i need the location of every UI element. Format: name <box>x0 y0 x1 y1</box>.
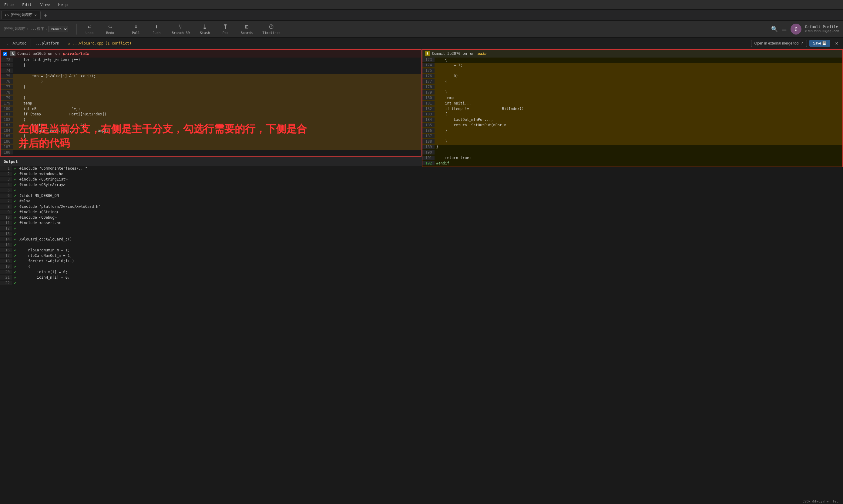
code-line: 182 { <box>1 118 421 123</box>
tabbar: 🗁 胶带封装程序 ✕ + <box>0 10 843 21</box>
check-icon: ✔ <box>12 194 18 198</box>
output-code[interactable]: 1 ✔ #include "CommonInterfaces/..." 2 ✔ … <box>0 166 843 504</box>
open-merge-tool-button[interactable]: Open in external merge tool ↗ <box>751 40 807 47</box>
filetab-autoc-label: ...wAutoc <box>7 41 27 46</box>
code-line: 180 temp <box>423 96 843 101</box>
boards-icon: ⊞ <box>245 23 249 30</box>
code-line: 72 for (int j=0; j<nLen; j++) <box>1 57 421 63</box>
menubar: File Edit View Help <box>0 0 843 10</box>
code-line: 190 <box>423 150 843 156</box>
check-icon: ✔ <box>12 177 18 181</box>
code-line: 185 } <box>1 134 421 139</box>
diff-right-code[interactable]: 173 { 174 = 1; 175 176 0) 177 { <box>422 57 843 167</box>
output-area: Output conflict 1 of 1 ▲ ▼ Upgrade GitKr… <box>0 157 843 504</box>
stash-button[interactable]: ⤓ Stash <box>196 22 214 36</box>
undo-label: Undo <box>86 31 94 35</box>
filetab-xwlocard-label: ...wloCard.cpp <box>73 41 103 46</box>
output-code-line: 5 ✔ <box>0 188 843 194</box>
filetab-autoc[interactable]: ...wAutoc <box>2 39 31 47</box>
filetab-platform-label: ...platform <box>35 41 59 46</box>
code-line: 187 <box>423 134 843 139</box>
check-icon: ✔ <box>12 275 18 280</box>
code-line: 74 <box>1 69 421 74</box>
tab-close-button[interactable]: ✕ <box>34 13 37 18</box>
filetab-xwlocard[interactable]: ⚠ ...wloCard.cpp (1 conflict) <box>64 39 136 47</box>
output-code-line: 3 ✔ #include <QStringList> <box>0 177 843 183</box>
code-line: 77 { <box>1 85 421 90</box>
boards-button[interactable]: ⊞ Boards <box>237 22 257 36</box>
branch-label: Branch 39 <box>172 31 190 35</box>
timelines-button[interactable]: ⏱ Timelines <box>259 22 285 36</box>
tab-add-button[interactable]: + <box>41 12 49 18</box>
code-line: 76 ) <box>1 79 421 85</box>
check-icon: ✔ <box>12 221 18 225</box>
code-line: 192#endif <box>423 161 843 167</box>
external-link-icon: ↗ <box>801 41 804 46</box>
check-icon: ✔ <box>12 259 18 263</box>
branch-icon: ⑂ <box>179 23 183 30</box>
pull-icon: ⬇ <box>134 23 138 30</box>
push-button[interactable]: ⬆ Push <box>148 22 166 36</box>
output-code-line: 10 ✔ #include <QDebug> <box>0 215 843 221</box>
diff-right-branch: main <box>478 52 486 56</box>
menu-edit[interactable]: Edit <box>20 2 33 7</box>
diff-left-badge: A <box>10 51 15 56</box>
pull-button[interactable]: ⬇ Pull <box>127 22 145 36</box>
pop-button[interactable]: ⤒ Pop <box>217 22 235 36</box>
check-icon: ✔ <box>12 188 18 192</box>
check-icon: ✔ <box>12 183 18 187</box>
check-icon: ✔ <box>12 237 18 241</box>
diff-left-checkbox[interactable] <box>3 52 7 56</box>
branch-selector[interactable]: branch <box>49 26 68 32</box>
save-label: Save <box>813 41 821 46</box>
menu-file[interactable]: File <box>2 2 15 7</box>
status-text: CSDN @TwLyrHwh Tech <box>802 500 841 503</box>
diff-right-badge: B <box>425 51 430 56</box>
output-code-line: 14 ✔ XwloCard_c::XwloCard_c() <box>0 237 843 242</box>
menu-view[interactable]: View <box>38 2 52 7</box>
conflict-warning-icon: ⚠ <box>68 41 70 46</box>
diff-left-header: A Commit ae10d5 on on private/lwln <box>0 49 422 57</box>
check-icon: ✔ <box>12 204 18 209</box>
check-icon: ✔ <box>12 232 18 236</box>
save-button[interactable]: Save 💾 <box>809 40 830 47</box>
code-line: 79 } <box>1 96 421 101</box>
breadcrumb-app: 胶带封装程序 <box>4 26 25 32</box>
code-line: 178 <box>423 85 843 90</box>
pull-label: Pull <box>132 31 140 35</box>
toolbar-separator-1 <box>76 24 77 35</box>
output-code-line: 15 ✔ <box>0 242 843 248</box>
check-icon: ✔ <box>12 199 18 203</box>
code-line: 173 { <box>423 57 843 63</box>
tab-label: 胶带封装程序 <box>11 13 32 18</box>
menu-icon[interactable]: ☰ <box>781 25 787 33</box>
code-line: 179 temp <box>1 101 421 107</box>
check-icon: ✔ <box>12 210 18 214</box>
filetab-platform[interactable]: ...platform <box>31 39 64 47</box>
undo-button[interactable]: ↩ Undo <box>80 22 99 36</box>
check-icon: ✔ <box>12 281 18 285</box>
menu-help[interactable]: Help <box>56 2 69 7</box>
stash-label: Stash <box>200 31 210 35</box>
code-line: 183 { <box>423 112 843 118</box>
stash-icon: ⤓ <box>202 23 207 30</box>
save-icon: 💾 <box>822 41 827 46</box>
branch-button[interactable]: ⑂ Branch 39 <box>168 22 193 36</box>
output-code-line: 17 ✔ nloCardNumOut_m = 1; <box>0 253 843 259</box>
diff-left-on: on <box>55 52 60 56</box>
redo-button[interactable]: ↪ Redo <box>101 22 119 36</box>
close-diff-button[interactable]: ✕ <box>833 40 841 46</box>
undo-icon: ↩ <box>88 23 91 30</box>
avatar: D <box>791 24 802 35</box>
diff-right-commit: Commit 3b3070 on <box>432 52 467 56</box>
code-line: 180 int nB '+j; <box>1 107 421 112</box>
pop-label: Pop <box>223 31 229 35</box>
code-line: 183 LastOut_n. 2; <box>1 123 421 128</box>
code-line: 188 <box>1 150 421 156</box>
diff-right-on: on <box>470 52 474 56</box>
code-line: 186 } <box>423 128 843 134</box>
search-icon[interactable]: 🔍 <box>771 26 778 32</box>
diff-left-branch: private/lwln <box>63 52 89 56</box>
diff-left-code[interactable]: 72 for (int j=0; j<nLen; j++) 73 { 74 75… <box>0 57 422 157</box>
main-tab[interactable]: 🗁 胶带封装程序 ✕ <box>1 11 41 19</box>
